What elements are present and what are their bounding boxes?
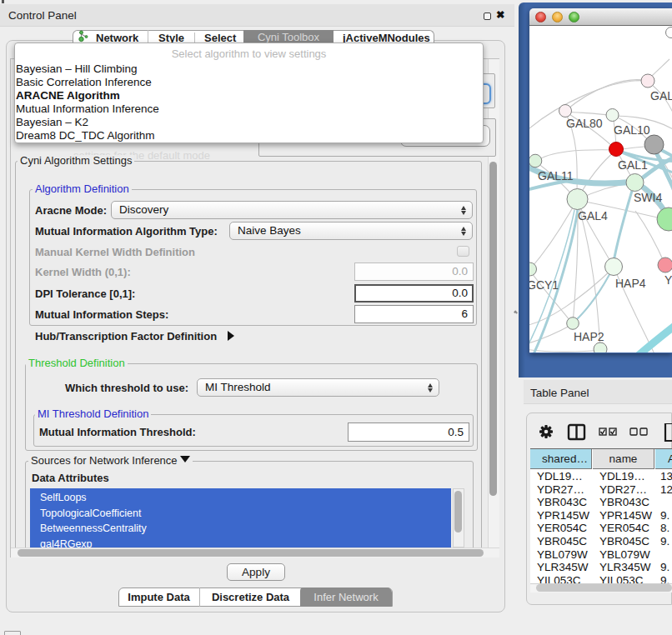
- svg-text:GCY1: GCY1: [529, 278, 559, 292]
- svg-text:GAL11: GAL11: [538, 169, 574, 182]
- svg-text:GAL10: GAL10: [614, 123, 650, 137]
- svg-text:Y: Y: [664, 273, 672, 287]
- svg-text:GAL80: GAL80: [566, 117, 603, 130]
- svg-text:GAL4: GAL4: [578, 209, 608, 222]
- svg-text:HAP2: HAP2: [574, 330, 604, 343]
- svg-text:HAP4: HAP4: [615, 277, 646, 290]
- svg-text:GAL1: GAL1: [618, 158, 648, 172]
- svg-text:SWI4: SWI4: [634, 191, 662, 204]
- svg-text:GAL7: GAL7: [650, 89, 672, 102]
